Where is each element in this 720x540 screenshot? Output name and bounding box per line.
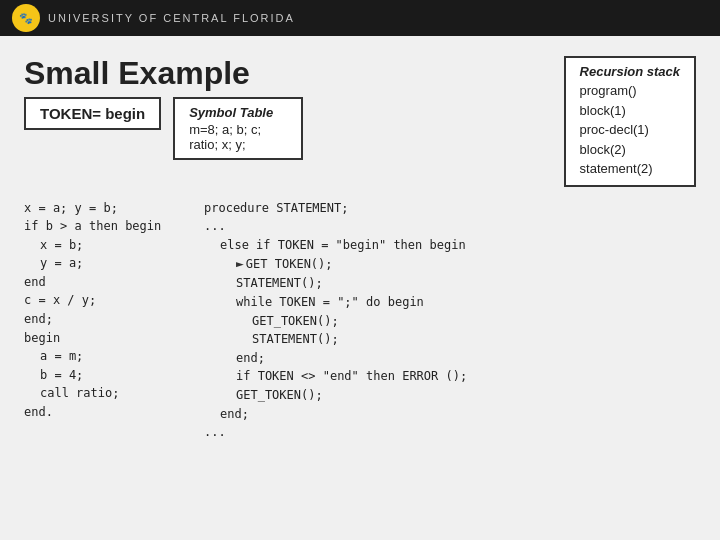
- code-line: c = x / y;: [24, 291, 184, 310]
- symbol-table-content: m=8; a; b; c; ratio; x; y;: [189, 122, 287, 152]
- code-line: a = m;: [24, 347, 184, 366]
- recursion-stack-block: Recursion stack program() block(1) proc-…: [564, 56, 696, 187]
- code-line: y = a;: [24, 254, 184, 273]
- recursion-stack-title: Recursion stack: [580, 64, 680, 79]
- left-code-block: x = a; y = b; if b > a then begin x = b;…: [24, 197, 184, 531]
- code-line: end;: [24, 310, 184, 329]
- code-line-end2: end;: [204, 405, 696, 424]
- stack-item-statement2: statement(2): [580, 159, 680, 179]
- code-line: end.: [24, 403, 184, 422]
- svg-text:🐾: 🐾: [19, 11, 33, 25]
- symbol-table-box: Symbol Table m=8; a; b; c; ratio; x; y;: [173, 97, 303, 160]
- arrow-icon: ►: [236, 254, 244, 274]
- stack-item-block2: block(2): [580, 140, 680, 160]
- code-line: x = b;: [24, 236, 184, 255]
- code-line: begin: [24, 329, 184, 348]
- code-line: if b > a then begin: [24, 217, 184, 236]
- stack-item-block1: block(1): [580, 101, 680, 121]
- ucf-logo: 🐾: [12, 4, 40, 32]
- code-line-procedure: procedure STATEMENT;: [204, 199, 696, 218]
- university-name: UNIVERSITY OF CENTRAL FLORIDA: [48, 12, 295, 24]
- code-line: call ratio;: [24, 384, 184, 403]
- code-line-if-token: if TOKEN <> "end" then ERROR ();: [204, 367, 696, 386]
- code-line-while: while TOKEN = ";" do begin: [204, 293, 696, 312]
- code-line-end1: end;: [204, 349, 696, 368]
- page-title: Small Example: [24, 55, 250, 91]
- code-line-get-token3: GET_TOKEN();: [204, 386, 696, 405]
- stack-item-procdecl: proc-decl(1): [580, 120, 680, 140]
- code-line-get-token2: GET_TOKEN();: [204, 312, 696, 331]
- code-line: x = a; y = b;: [24, 199, 184, 218]
- right-code-block: procedure STATEMENT; ... else if TOKEN =…: [184, 197, 696, 531]
- content-area: x = a; y = b; if b > a then begin x = b;…: [24, 197, 696, 531]
- main-content: Small Example TOKEN= begin Symbol Table …: [0, 36, 720, 540]
- code-line-ellipsis2: ...: [204, 423, 696, 442]
- top-section: Small Example TOKEN= begin Symbol Table …: [24, 56, 696, 187]
- symbol-table-title: Symbol Table: [189, 105, 287, 120]
- code-line-statement: STATEMENT();: [204, 274, 696, 293]
- token-box: TOKEN= begin: [24, 97, 161, 130]
- recursion-stack-content: program() block(1) proc-decl(1) block(2)…: [580, 81, 680, 179]
- code-line-statement2: STATEMENT();: [204, 330, 696, 349]
- code-line: end: [24, 273, 184, 292]
- code-line-ellipsis1: ...: [204, 217, 696, 236]
- title-block: Small Example TOKEN= begin Symbol Table …: [24, 56, 303, 160]
- token-table-block: TOKEN= begin Symbol Table m=8; a; b; c; …: [24, 97, 303, 160]
- header-bar: 🐾 UNIVERSITY OF CENTRAL FLORIDA: [0, 0, 720, 36]
- code-line-else-if: else if TOKEN = "begin" then begin: [204, 236, 696, 255]
- stack-item-program: program(): [580, 81, 680, 101]
- code-line: b = 4;: [24, 366, 184, 385]
- code-line-get-token: ► GET TOKEN();: [204, 254, 696, 274]
